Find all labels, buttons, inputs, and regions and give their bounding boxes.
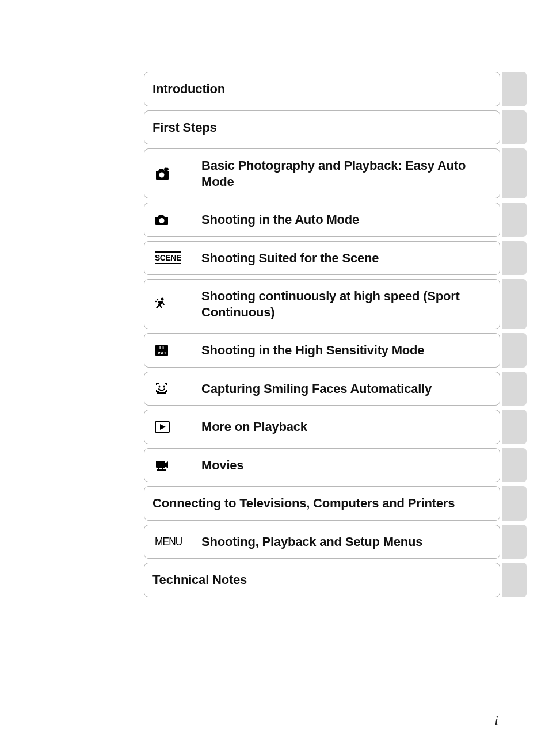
toc-item-sport[interactable]: Shooting continuously at high speed (Spo… xyxy=(144,279,500,329)
svg-point-1 xyxy=(159,218,165,223)
toc-tab xyxy=(502,333,527,368)
svg-text:ISO: ISO xyxy=(158,350,166,356)
toc-tab xyxy=(502,241,527,276)
toc-item-easy-auto[interactable]: Basic Photography and Playback: Easy Aut… xyxy=(144,148,500,198)
toc-row: Basic Photography and Playback: Easy Aut… xyxy=(144,148,527,198)
toc-row: SCENE Shooting Suited for the Scene xyxy=(144,241,527,276)
table-of-contents: Introduction First Steps Basic Photograp… xyxy=(144,72,527,601)
toc-label: Connecting to Televisions, Computers and… xyxy=(152,495,455,511)
svg-point-9 xyxy=(159,386,161,388)
toc-item-scene[interactable]: SCENE Shooting Suited for the Scene xyxy=(144,241,500,276)
sport-icon xyxy=(152,297,201,311)
toc-label: Shooting Suited for the Scene xyxy=(201,250,379,266)
menu-icon: MENU xyxy=(152,534,201,548)
toc-row: Movies xyxy=(144,448,527,483)
toc-label: Shooting, Playback and Setup Menus xyxy=(201,534,422,550)
toc-tab xyxy=(502,203,527,237)
toc-item-movies[interactable]: Movies xyxy=(144,448,500,483)
playback-icon xyxy=(152,421,201,433)
toc-row: Technical Notes xyxy=(144,563,527,597)
toc-tab xyxy=(502,372,527,406)
toc-item-playback[interactable]: More on Playback xyxy=(144,410,500,444)
toc-tab xyxy=(502,410,527,444)
toc-item-menus[interactable]: MENU Shooting, Playback and Setup Menus xyxy=(144,525,500,559)
toc-tab xyxy=(502,279,527,329)
toc-tab xyxy=(502,448,527,483)
toc-item-auto[interactable]: Shooting in the Auto Mode xyxy=(144,203,500,237)
toc-row: Shooting continuously at high speed (Spo… xyxy=(144,279,527,329)
toc-item-hi-iso[interactable]: Hi ISO Shooting in the High Sensitivity … xyxy=(144,333,500,368)
svg-point-3 xyxy=(157,299,158,300)
toc-label: Shooting in the Auto Mode xyxy=(201,212,359,228)
toc-row: Connecting to Televisions, Computers and… xyxy=(144,486,527,521)
svg-text:Hi: Hi xyxy=(159,345,164,350)
toc-tab xyxy=(502,525,527,559)
auto-icon xyxy=(152,214,201,226)
toc-label: Capturing Smiling Faces Automatically xyxy=(201,381,432,397)
toc-item-connecting[interactable]: Connecting to Televisions, Computers and… xyxy=(144,486,500,521)
toc-tab xyxy=(502,563,527,597)
toc-row: Shooting in the Auto Mode xyxy=(144,203,527,237)
smile-icon xyxy=(152,382,201,395)
svg-point-10 xyxy=(163,386,165,388)
easy-auto-icon xyxy=(152,167,201,180)
svg-point-0 xyxy=(159,172,165,177)
page-number: i xyxy=(494,713,498,728)
toc-label: First Steps xyxy=(152,120,217,136)
toc-label: Basic Photography and Playback: Easy Aut… xyxy=(201,158,491,189)
toc-tab xyxy=(502,148,527,198)
toc-label: More on Playback xyxy=(201,419,307,435)
toc-label: Shooting continuously at high speed (Spo… xyxy=(201,288,491,320)
toc-tab xyxy=(502,110,527,145)
svg-rect-8 xyxy=(157,392,166,394)
toc-label: Movies xyxy=(201,457,243,474)
toc-label: Introduction xyxy=(152,81,225,97)
toc-item-first-steps[interactable]: First Steps xyxy=(144,110,500,145)
hi-iso-icon: Hi ISO xyxy=(152,343,201,357)
toc-row: Hi ISO Shooting in the High Sensitivity … xyxy=(144,333,527,368)
toc-tab xyxy=(502,486,527,521)
movie-icon xyxy=(152,459,201,471)
toc-row: Introduction xyxy=(144,72,527,106)
svg-rect-12 xyxy=(156,461,165,468)
toc-row: MENU Shooting, Playback and Setup Menus xyxy=(144,525,527,559)
toc-row: First Steps xyxy=(144,110,527,145)
toc-item-technical-notes[interactable]: Technical Notes xyxy=(144,563,500,597)
toc-item-introduction[interactable]: Introduction xyxy=(144,72,500,106)
svg-point-2 xyxy=(161,297,164,300)
toc-item-smile[interactable]: Capturing Smiling Faces Automatically xyxy=(144,372,500,406)
toc-row: Capturing Smiling Faces Automatically xyxy=(144,372,527,406)
toc-label: Shooting in the High Sensitivity Mode xyxy=(201,342,424,358)
svg-rect-15 xyxy=(157,469,166,471)
scene-icon: SCENE xyxy=(152,251,201,264)
toc-label: Technical Notes xyxy=(152,572,247,588)
toc-row: More on Playback xyxy=(144,410,527,444)
toc-tab xyxy=(502,72,527,106)
svg-point-4 xyxy=(155,300,157,301)
